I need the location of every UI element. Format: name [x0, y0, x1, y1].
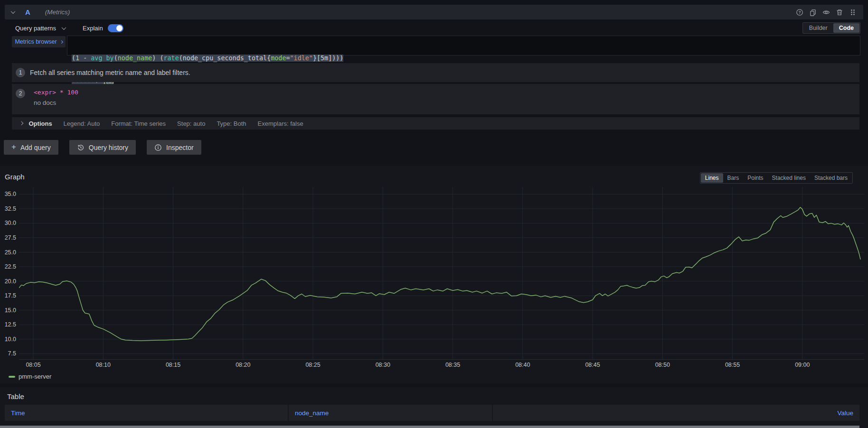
x-axis-tick-label: 08:25 — [299, 362, 327, 368]
step-2-docs: no docs — [34, 99, 859, 106]
explain-toggle[interactable] — [108, 24, 123, 32]
metrics-browser-button[interactable]: Metrics browser — [12, 36, 66, 47]
graph-panel-title: Graph — [5, 173, 25, 181]
toggle-visibility-eye-icon[interactable] — [822, 9, 830, 16]
promql-token: ) ( — [152, 55, 163, 62]
legend-item[interactable]: pmm-server — [9, 373, 51, 380]
graph-mode-stacked-lines[interactable]: Stacked lines — [768, 173, 810, 183]
options-summary-item: Type: Both — [217, 120, 246, 127]
explain-step-1: 1 Fetch all series matching metric name … — [12, 63, 859, 82]
promql-line-1[interactable]: (1 - avg by(node_name) (rate(node_cpu_se… — [72, 54, 860, 62]
table-header-value[interactable]: Value — [493, 405, 859, 421]
x-axis-tick-label: 08:15 — [159, 362, 188, 368]
options-summary: Legend: AutoFormat: Time seriesStep: aut… — [64, 120, 303, 127]
promql-token: ( — [179, 55, 183, 62]
promql-token: "idle" — [290, 55, 313, 62]
y-axis-tick-label: 27.5 — [0, 234, 16, 242]
promql-code-editor[interactable]: (1 - avg by(node_name) (rate(node_cpu_se… — [67, 36, 860, 56]
y-axis-tick-label: 7.5 — [0, 350, 16, 357]
promql-token: = — [286, 55, 290, 62]
step-1-text: Fetch all series matching metric name an… — [30, 69, 190, 76]
options-expand-chevron-icon[interactable] — [19, 121, 23, 125]
svg-text:?: ? — [798, 10, 801, 15]
query-history-button[interactable]: Query history — [69, 140, 136, 155]
x-axis-tick-label: 08:40 — [509, 362, 537, 368]
promql-token: by — [106, 55, 114, 62]
code-mode-button[interactable]: Code — [833, 23, 859, 33]
x-axis-tick-label: 08:55 — [718, 362, 747, 368]
step-2-expression: <expr> * 100 — [34, 89, 859, 96]
x-axis-tick-label: 08:10 — [89, 362, 117, 368]
promql-token: ( — [114, 55, 118, 62]
promql-token: 1 — [75, 55, 79, 62]
legend-series-label: pmm-server — [19, 373, 51, 380]
graph-mode-bars[interactable]: Bars — [723, 173, 744, 183]
y-axis-tick-label: 10.0 — [0, 335, 16, 343]
time-series-chart[interactable] — [0, 166, 868, 383]
graph-mode-points[interactable]: Points — [743, 173, 767, 183]
x-axis-tick-label: 08:35 — [439, 362, 467, 368]
promql-token: node_name — [118, 55, 152, 62]
graph-mode-lines[interactable]: Lines — [701, 173, 723, 183]
explore-query-view: A (Metrics) ? Query patterns Explain — [0, 0, 868, 428]
table-panel: Table Timenode_nameValue — [0, 387, 868, 428]
metrics-browser-chevron-icon — [60, 40, 63, 43]
query-patterns-chevron-icon[interactable] — [62, 25, 66, 30]
add-query-button[interactable]: + Add query — [4, 140, 58, 155]
query-history-label: Query history — [89, 144, 128, 151]
table-header-node_name[interactable]: node_name — [289, 405, 492, 421]
explain-step-2: 2 <expr> * 100 no docs — [12, 84, 859, 114]
y-axis-tick-label: 20.0 — [0, 278, 16, 285]
y-axis-tick-label: 22.5 — [0, 263, 16, 270]
step-1-badge: 1 — [16, 68, 25, 77]
table-header-time[interactable]: Time — [5, 405, 288, 421]
datasource-name: (Metrics) — [45, 9, 70, 16]
options-summary-item: Format: Time series — [111, 120, 166, 127]
editor-mode-switcher: Builder Code — [802, 22, 860, 34]
history-icon — [77, 144, 85, 151]
duplicate-query-icon[interactable] — [809, 9, 817, 16]
query-patterns-dropdown[interactable]: Query patterns — [15, 25, 56, 32]
graph-style-switcher: LinesBarsPointsStacked linesStacked bars — [700, 172, 853, 184]
y-axis-tick-label: 35.0 — [0, 190, 16, 198]
builder-mode-button[interactable]: Builder — [803, 23, 833, 33]
add-query-label: Add query — [20, 144, 51, 151]
x-axis-tick-label: 08:30 — [368, 362, 397, 368]
promql-token: node_cpu_seconds_total — [183, 55, 267, 62]
query-toolbar-row: Query patterns Explain Builder Code — [15, 22, 860, 34]
delete-query-trash-icon[interactable] — [836, 9, 843, 16]
x-axis-tick-label: 08:20 — [229, 362, 257, 368]
query-options-row[interactable]: Options Legend: AutoFormat: Time seriesS… — [12, 117, 859, 130]
query-ref-id: A — [25, 8, 30, 16]
help-icon[interactable]: ? — [796, 9, 803, 16]
x-axis-tick-label: 08:45 — [578, 362, 607, 368]
explore-actions: + Add query Query history Inspector — [4, 140, 201, 155]
series-line-pmm-server[interactable] — [19, 207, 860, 341]
y-axis-tick-label: 12.5 — [0, 321, 16, 328]
query-header-actions: ? — [796, 9, 857, 16]
y-axis-tick-label: 25.0 — [0, 249, 16, 256]
graph-panel: Graph LinesBarsPointsStacked linesStacke… — [0, 166, 868, 383]
drag-handle-icon[interactable] — [849, 9, 857, 16]
table-panel-title: Table — [7, 392, 24, 400]
step-2-badge: 2 — [16, 89, 25, 98]
metrics-browser-label: Metrics browser — [15, 38, 57, 45]
query-row-header[interactable]: A (Metrics) ? — [5, 5, 863, 19]
y-axis-tick-label: 30.0 — [0, 219, 16, 227]
legend-series-swatch — [9, 376, 15, 378]
graph-mode-stacked-bars[interactable]: Stacked bars — [810, 173, 852, 183]
table-header-row: Timenode_nameValue — [5, 405, 859, 421]
table-horizontal-scrollbar[interactable] — [0, 426, 859, 428]
collapse-query-chevron-icon[interactable] — [11, 9, 16, 14]
y-axis-tick-label: 15.0 — [0, 307, 16, 314]
options-summary-item: Legend: Auto — [64, 120, 100, 127]
y-axis-tick-label: 32.5 — [0, 205, 16, 213]
promql-token: - — [79, 55, 91, 62]
promql-token: rate — [164, 55, 179, 62]
info-icon — [154, 144, 162, 151]
inspector-button[interactable]: Inspector — [147, 140, 201, 155]
plus-icon: + — [11, 143, 16, 151]
promql-token: avg — [91, 55, 102, 62]
x-axis-tick-label: 08:50 — [648, 362, 677, 368]
promql-token: }[5m]))) — [313, 55, 344, 62]
